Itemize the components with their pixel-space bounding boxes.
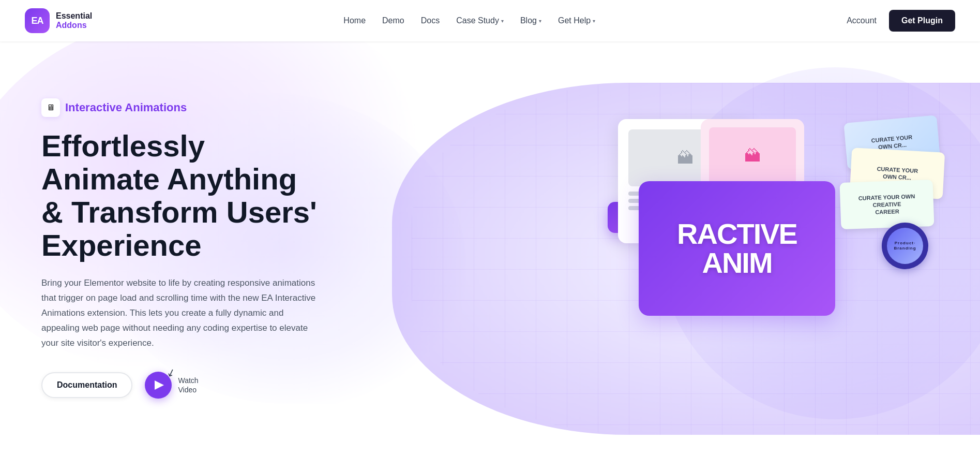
- watch-video-label: WatchVideo: [178, 376, 198, 394]
- nav-right: Account Get Plugin: [847, 10, 955, 32]
- get-plugin-button[interactable]: Get Plugin: [889, 10, 955, 32]
- navbar: EA Essential Addons Home Demo Docs Case …: [0, 0, 980, 41]
- nav-home[interactable]: Home: [343, 16, 366, 25]
- play-area: ↙ WatchVideo: [145, 372, 198, 399]
- nav-docs[interactable]: Docs: [421, 16, 440, 25]
- brand-name-addons: Addons: [56, 21, 92, 30]
- feature-card-text: RACTIVE ANIM: [677, 219, 797, 277]
- product-branding-badge: Product·Branding: [882, 223, 928, 269]
- case-study-chevron-icon: ▾: [501, 18, 504, 24]
- nav-account-link[interactable]: Account: [847, 16, 877, 25]
- product-badge-text: Product·Branding: [894, 241, 916, 252]
- curate-text-2: CURATE YOUROWN CR...: [876, 165, 918, 182]
- logo-icon: EA: [25, 8, 50, 33]
- curate-text-3: CURATE YOUR OWNCREATIVECAREER: [858, 193, 915, 217]
- nav-case-study[interactable]: Case Study ▾: [456, 16, 504, 25]
- badge-monitor-icon: 🖥: [41, 98, 60, 117]
- badge-label: Interactive Animations: [65, 101, 187, 114]
- nav-blog[interactable]: Blog ▾: [520, 16, 541, 25]
- watch-label-container: ↙ WatchVideo: [178, 376, 198, 394]
- hero-content: 🖥 Interactive Animations Effortlessly An…: [0, 57, 362, 440]
- play-triangle-icon: [155, 380, 164, 390]
- nav-demo[interactable]: Demo: [382, 16, 404, 25]
- product-badge-inner: Product·Branding: [887, 228, 923, 264]
- curate-card-3: CURATE YOUR OWNCREATIVECAREER: [839, 180, 934, 229]
- pink-card-image: 🏔: [709, 127, 796, 184]
- nav-links: Home Demo Docs Case Study ▾ Blog ▾ Get H…: [343, 16, 595, 25]
- logo-link[interactable]: EA Essential Addons: [25, 8, 92, 33]
- blog-chevron-icon: ▾: [539, 18, 541, 24]
- get-help-chevron-icon: ▾: [593, 18, 595, 24]
- feature-badge: 🖥 Interactive Animations: [41, 98, 321, 117]
- nav-get-help[interactable]: Get Help ▾: [558, 16, 595, 25]
- hero-actions: Documentation ↙ WatchVideo: [41, 372, 321, 399]
- brand-name-essential: Essential: [56, 11, 92, 21]
- hero-title: Effortlessly Animate Anything & Transfor…: [41, 129, 321, 261]
- pink-mountain-icon: 🏔: [744, 146, 761, 166]
- hero-description: Bring your Elementor website to life by …: [41, 276, 321, 350]
- feature-card-purple: RACTIVE ANIM: [639, 181, 835, 316]
- hero-visual: ⊟ 🏔 🏔 RACTIVE: [597, 98, 949, 399]
- mountain-icon: 🏔: [677, 149, 693, 168]
- documentation-button[interactable]: Documentation: [41, 372, 132, 398]
- logo-text: Essential Addons: [56, 11, 92, 30]
- hero-section: 🖥 Interactive Animations Effortlessly An…: [0, 41, 980, 455]
